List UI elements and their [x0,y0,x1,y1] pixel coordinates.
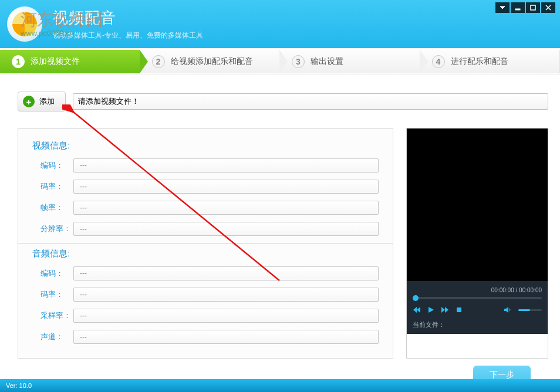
audio-samplerate-value: --- [73,309,379,323]
app-subtitle: 锐动多媒体工具-专业、易用、免费的多媒体工具 [53,31,203,40]
window-menu-button[interactable] [495,2,510,13]
plus-icon: + [23,96,35,107]
step-label: 添加视频文件 [31,56,80,67]
video-codec-row: 编码： --- [32,158,379,173]
maximize-button[interactable] [526,2,540,13]
step-nav: 1 添加视频文件 2 给视频添加配乐和配音 3 输出设置 4 进行配乐和配音 [0,48,560,75]
video-bitrate-value: --- [73,180,379,194]
add-button-label: 添加 [39,96,55,107]
prev-button[interactable] [413,306,421,314]
field-label: 编码： [32,160,73,171]
step-number: 2 [152,55,165,68]
player-controls: 00:00:00 / 00:00:00 当前文件： [407,281,548,334]
preview-panel: 00:00:00 / 00:00:00 当前文件： [406,128,548,359]
next-button[interactable] [441,306,449,314]
volume-icon[interactable] [503,305,512,315]
window-controls [495,2,555,13]
version-label: Ver: 10.0 [6,382,32,389]
field-label: 码率： [32,289,73,300]
step-label: 进行配乐和配音 [451,56,508,67]
field-label: 采样率： [32,310,73,321]
media-info-panel: 视频信息: 编码： --- 码率： --- 帧率： --- 分辨率： --- 音… [18,128,393,359]
step-4-dubbing[interactable]: 4 进行配乐和配音 [420,50,561,73]
video-framerate-row: 帧率： --- [32,201,379,215]
field-label: 帧率： [32,202,73,213]
minimize-button[interactable] [511,2,525,13]
svg-rect-2 [457,307,461,312]
status-bar: Ver: 10.0 [0,379,560,392]
close-button[interactable] [541,2,555,13]
time-display: 00:00:00 / 00:00:00 [413,287,542,293]
svg-rect-1 [531,5,535,10]
file-path-input[interactable] [73,93,548,110]
audio-info-title: 音频信息: [32,248,379,259]
step-1-add-file[interactable]: 1 添加视频文件 [0,50,140,73]
main-content: + 添加 视频信息: 编码： --- 码率： --- 帧率： --- 分辨率： … [0,75,560,379]
field-label: 分辨率： [32,224,73,234]
add-file-row: + 添加 [18,92,548,111]
app-header: 视频配音 锐动多媒体工具-专业、易用、免费的多媒体工具 [0,0,560,48]
video-resolution-value: --- [73,222,379,236]
step-2-add-music[interactable]: 2 给视频添加配乐和配音 [140,50,281,73]
step-label: 给视频添加配乐和配音 [171,56,253,67]
video-resolution-row: 分辨率： --- [32,222,379,236]
video-bitrate-row: 码率： --- [32,180,379,194]
video-framerate-value: --- [73,201,379,215]
field-label: 声道： [32,332,73,342]
step-3-output[interactable]: 3 输出设置 [280,50,420,73]
step-label: 输出设置 [311,56,343,67]
step-number: 1 [12,55,25,68]
field-label: 码率： [32,181,73,192]
audio-samplerate-row: 采样率： --- [32,309,379,323]
progress-bar[interactable] [413,297,542,299]
current-file-label: 当前文件： [413,320,542,329]
field-label: 编码： [32,268,73,279]
app-title: 视频配音 [53,8,203,28]
play-button[interactable] [427,306,435,314]
audio-codec-row: 编码： --- [32,266,379,281]
step-number: 3 [292,55,305,68]
audio-bitrate-value: --- [73,288,379,302]
svg-rect-0 [515,9,520,10]
audio-channels-row: 声道： --- [32,330,379,344]
video-codec-value: --- [73,158,379,173]
video-info-title: 视频信息: [32,140,379,151]
audio-codec-value: --- [73,266,379,281]
audio-channels-value: --- [73,330,379,344]
stop-button[interactable] [455,306,463,314]
audio-bitrate-row: 码率： --- [32,288,379,302]
volume-slider[interactable] [518,309,542,311]
video-preview[interactable] [407,129,548,281]
app-logo [7,6,42,42]
add-button[interactable]: + 添加 [18,92,66,111]
step-number: 4 [432,55,445,68]
